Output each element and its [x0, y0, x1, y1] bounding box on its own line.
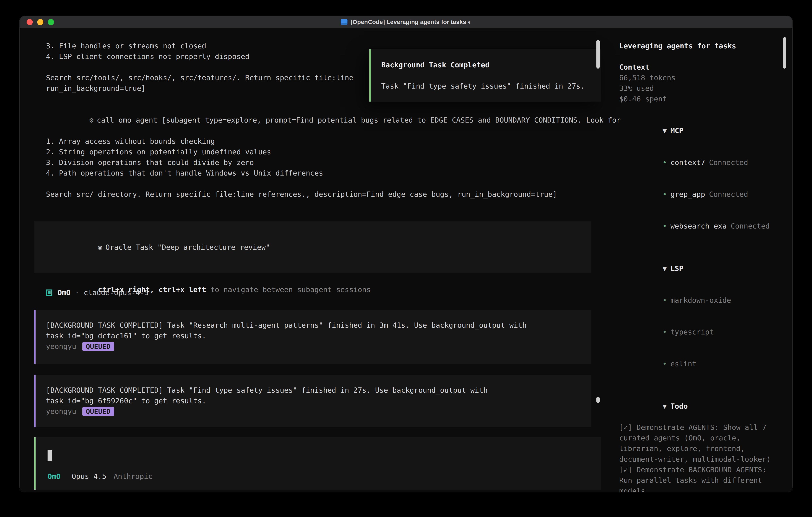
- mcp-status: Connected: [709, 158, 748, 166]
- bullet-icon: •: [663, 190, 667, 198]
- main-scrollbar-thumb[interactable]: [597, 40, 600, 69]
- chevron-down-icon: ▼: [663, 264, 667, 272]
- lsp-item: •typescript: [619, 316, 793, 348]
- mcp-item: •grep_appConnected: [619, 178, 793, 210]
- notification-body: Task "Find type safety issues" finished …: [381, 81, 601, 91]
- terminal-window: [OpenCode] Leveraging agents for tasks ◐…: [19, 16, 793, 492]
- terminal-app-icon: [341, 19, 347, 25]
- hint-text: to navigate between subagent sessions: [206, 285, 371, 294]
- text-cursor: [48, 450, 52, 461]
- todo-line-done: librarian, explore, frontend,: [619, 443, 793, 454]
- message-meta: yeongyu QUEUED: [46, 341, 583, 352]
- traffic-lights: [27, 16, 54, 28]
- lsp-name: markdown-oxide: [670, 296, 731, 304]
- message-user: yeongyu: [46, 406, 76, 417]
- message-line: [BACKGROUND TASK COMPLETED] Task "Find t…: [46, 385, 583, 396]
- bullet-icon: •: [663, 158, 667, 166]
- todo-line-done: [✓] Demonstrate BACKGROUND AGENTS:: [619, 464, 793, 475]
- mcp-name: grep_app: [670, 190, 705, 198]
- mcp-status: Connected: [731, 222, 770, 230]
- session-icon: ◉: [98, 243, 102, 251]
- tool-call-line: ⚙call_omo_agent [subagent_type=explore, …: [34, 104, 602, 136]
- lsp-item: •eslint: [619, 348, 793, 380]
- session-sidebar: Leveraging agents for tasks Context 66,5…: [602, 28, 793, 492]
- session-title: Leveraging agents for tasks: [619, 40, 793, 51]
- lsp-name: typescript: [670, 328, 714, 336]
- window-title: [OpenCode] Leveraging agents for tasks ◐: [351, 19, 471, 25]
- chevron-down-icon: ▼: [663, 127, 667, 135]
- todo-heading: Todo: [670, 402, 688, 410]
- main-scrollbar-thumb-lower[interactable]: [597, 397, 600, 403]
- mcp-item: •websearch_exaConnected: [619, 210, 793, 242]
- context-heading: Context: [619, 62, 793, 72]
- message-user: yeongyu: [46, 341, 76, 352]
- bullet-icon: •: [663, 296, 667, 304]
- terminal-line: Search src/ directory. Return specific f…: [34, 189, 602, 199]
- status-badge: QUEUED: [82, 342, 114, 351]
- minimize-button[interactable]: [37, 19, 44, 25]
- window-title-group: [OpenCode] Leveraging agents for tasks ◐: [341, 19, 471, 25]
- context-used: 33% used: [619, 83, 793, 93]
- background-task-message: [BACKGROUND TASK COMPLETED] Task "Resear…: [34, 310, 591, 364]
- bullet-icon: •: [663, 360, 667, 368]
- todo-line-done: [✓] Demonstrate AGENTS: Show all 7: [619, 422, 793, 433]
- message-meta: yeongyu QUEUED: [46, 406, 583, 417]
- tool-call-item: 4. Path operations that don't handle Win…: [34, 168, 602, 178]
- oracle-session-panel: ◉Oracle Task "Deep architecture review" …: [34, 221, 591, 273]
- notification-toast: Background Task Completed Task "Find typ…: [369, 49, 601, 102]
- context-tokens: 66,518 tokens: [619, 72, 793, 83]
- lsp-name: eslint: [670, 360, 696, 368]
- mcp-item: •context7Connected: [619, 146, 793, 178]
- mcp-status: Connected: [709, 190, 748, 198]
- tool-call-item: 1. Array access without bounds checking: [34, 136, 602, 146]
- titlebar[interactable]: [OpenCode] Leveraging agents for tasks ◐: [20, 16, 792, 28]
- todo-line-done: models: [619, 486, 793, 492]
- bullet-icon: •: [663, 328, 667, 336]
- oracle-session-title: ◉Oracle Task "Deep architecture review": [46, 231, 583, 263]
- message-line: [BACKGROUND TASK COMPLETED] Task "Resear…: [46, 320, 583, 330]
- notification-title: Background Task Completed: [381, 60, 601, 70]
- input-meta: OmO Opus 4.5 Anthropic: [48, 471, 153, 482]
- mcp-name: websearch_exa: [670, 222, 727, 230]
- tool-call-item: 2. String operations on potentially unde…: [34, 146, 602, 157]
- tool-call-item: 3. Division operations that could divide…: [34, 157, 602, 168]
- todo-line-done: Run parallel tasks with different: [619, 475, 793, 486]
- message-line: task_id="bg_dcfac161" to get results.: [46, 330, 583, 341]
- lsp-heading: LSP: [670, 264, 683, 272]
- desktop: [OpenCode] Leveraging agents for tasks ◐…: [0, 0, 812, 517]
- mcp-name: context7: [670, 158, 705, 166]
- close-button[interactable]: [27, 19, 33, 25]
- background-task-message: [BACKGROUND TASK COMPLETED] Task "Find t…: [34, 375, 591, 427]
- todo-line-done: curated agents (OmO, oracle,: [619, 433, 793, 443]
- lsp-item: •markdown-oxide: [619, 284, 793, 316]
- status-badge: QUEUED: [82, 407, 114, 416]
- agent-model: claude-opus-4-5: [84, 287, 149, 298]
- message-line: task_id="bg_6f59260c" to get results.: [46, 396, 583, 406]
- gear-icon: ⚙: [89, 116, 94, 124]
- mcp-heading: MCP: [670, 127, 683, 135]
- agent-name: OmO: [58, 287, 70, 298]
- oracle-title-text: Oracle Task "Deep architecture review": [106, 243, 270, 251]
- todo-section-header[interactable]: ▼Todo: [619, 390, 793, 422]
- tool-call-text: call_omo_agent [subagent_type=explore, p…: [97, 116, 621, 124]
- agent-square-icon: [46, 290, 52, 296]
- mcp-section-header[interactable]: ▼MCP: [619, 115, 793, 146]
- separator: ·: [75, 287, 79, 298]
- sidebar-scrollbar-thumb[interactable]: [783, 37, 786, 69]
- input-model-name: Opus 4.5: [72, 471, 106, 482]
- bullet-icon: •: [663, 222, 667, 230]
- input-agent-name: OmO: [48, 471, 61, 482]
- lsp-section-header[interactable]: ▼LSP: [619, 252, 793, 284]
- prompt-input[interactable]: OmO Opus 4.5 Anthropic: [34, 437, 601, 490]
- context-spent: $0.46 spent: [619, 93, 793, 104]
- todo-line-done: document-writer, multimodal-looker): [619, 454, 793, 464]
- input-provider-name: Anthropic: [114, 471, 152, 482]
- zoom-button[interactable]: [48, 19, 54, 25]
- chevron-down-icon: ▼: [663, 402, 667, 410]
